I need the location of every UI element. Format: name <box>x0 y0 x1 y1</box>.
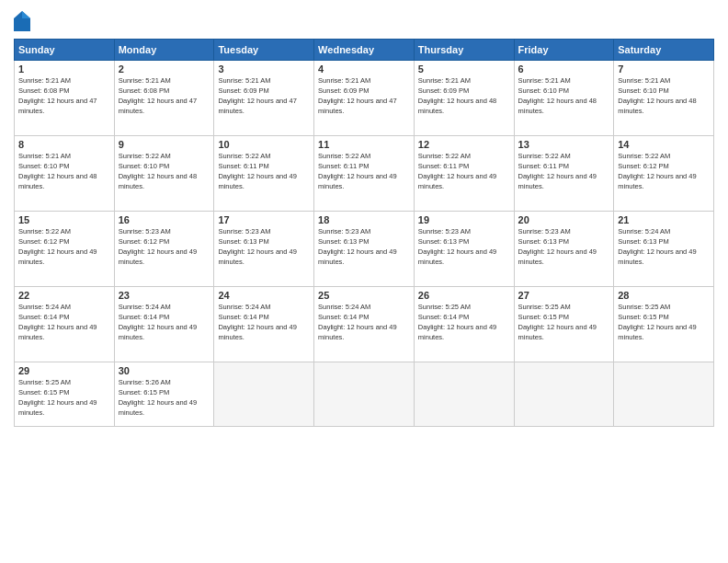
daylight-label: Daylight: 12 hours and 49 minutes. <box>318 172 396 190</box>
sunset-label: Sunset: 6:12 PM <box>618 162 668 170</box>
calendar-cell: 13 Sunrise: 5:22 AM Sunset: 6:11 PM Dayl… <box>514 136 614 212</box>
sunrise-label: Sunrise: 5:24 AM <box>218 303 270 311</box>
sunrise-label: Sunrise: 5:21 AM <box>18 76 71 85</box>
day-info: Sunrise: 5:25 AM Sunset: 6:15 PM Dayligh… <box>518 303 610 343</box>
day-number: 14 <box>618 139 710 150</box>
sunset-label: Sunset: 6:15 PM <box>618 313 668 321</box>
day-info: Sunrise: 5:21 AM Sunset: 6:08 PM Dayligh… <box>18 76 110 117</box>
day-info: Sunrise: 5:22 AM Sunset: 6:12 PM Dayligh… <box>18 227 110 268</box>
calendar-cell: 16 Sunrise: 5:23 AM Sunset: 6:12 PM Dayl… <box>114 212 214 287</box>
daylight-label: Daylight: 12 hours and 47 minutes. <box>218 97 296 115</box>
day-info: Sunrise: 5:22 AM Sunset: 6:11 PM Dayligh… <box>518 152 610 192</box>
day-number: 27 <box>518 290 610 301</box>
sunrise-label: Sunrise: 5:21 AM <box>418 76 471 85</box>
day-info: Sunrise: 5:25 AM Sunset: 6:14 PM Dayligh… <box>418 303 510 343</box>
day-info: Sunrise: 5:23 AM Sunset: 6:12 PM Dayligh… <box>119 227 210 268</box>
sunset-label: Sunset: 6:08 PM <box>119 86 169 95</box>
daylight-label: Daylight: 12 hours and 49 minutes. <box>418 323 496 341</box>
calendar-cell: 24 Sunrise: 5:24 AM Sunset: 6:14 PM Dayl… <box>214 287 314 362</box>
sunset-label: Sunset: 6:10 PM <box>518 86 569 95</box>
daylight-label: Daylight: 12 hours and 47 minutes. <box>318 97 396 115</box>
day-info: Sunrise: 5:22 AM Sunset: 6:11 PM Dayligh… <box>218 152 310 192</box>
sunset-label: Sunset: 6:13 PM <box>518 237 569 246</box>
daylight-label: Daylight: 12 hours and 47 minutes. <box>18 97 97 115</box>
sunset-label: Sunset: 6:09 PM <box>218 86 268 95</box>
calendar-cell: 5 Sunrise: 5:21 AM Sunset: 6:09 PM Dayli… <box>414 61 514 136</box>
calendar-cell: 17 Sunrise: 5:23 AM Sunset: 6:13 PM Dayl… <box>214 212 314 287</box>
day-info: Sunrise: 5:23 AM Sunset: 6:13 PM Dayligh… <box>218 227 310 268</box>
sunrise-label: Sunrise: 5:22 AM <box>18 227 71 236</box>
sunrise-label: Sunrise: 5:23 AM <box>119 227 171 236</box>
day-info: Sunrise: 5:23 AM Sunset: 6:13 PM Dayligh… <box>318 227 410 268</box>
sunset-label: Sunset: 6:13 PM <box>618 237 668 246</box>
day-number: 4 <box>318 63 410 75</box>
sunrise-label: Sunrise: 5:22 AM <box>418 152 471 160</box>
day-number: 9 <box>119 139 210 150</box>
sunrise-label: Sunrise: 5:21 AM <box>218 76 270 85</box>
calendar-cell: 3 Sunrise: 5:21 AM Sunset: 6:09 PM Dayli… <box>214 61 314 136</box>
day-info: Sunrise: 5:21 AM Sunset: 6:10 PM Dayligh… <box>18 152 110 192</box>
calendar-cell: 25 Sunrise: 5:24 AM Sunset: 6:14 PM Dayl… <box>314 287 415 362</box>
calendar: SundayMondayTuesdayWednesdayThursdayFrid… <box>14 39 714 427</box>
calendar-body: 1 Sunrise: 5:21 AM Sunset: 6:08 PM Dayli… <box>15 61 714 427</box>
day-info: Sunrise: 5:22 AM Sunset: 6:10 PM Dayligh… <box>119 152 210 192</box>
header-row: SundayMondayTuesdayWednesdayThursdayFrid… <box>15 40 714 61</box>
day-number: 1 <box>18 63 110 75</box>
daylight-label: Daylight: 12 hours and 49 minutes. <box>218 247 296 266</box>
sunrise-label: Sunrise: 5:22 AM <box>218 152 270 160</box>
sunrise-label: Sunrise: 5:21 AM <box>618 76 670 85</box>
calendar-cell: 23 Sunrise: 5:24 AM Sunset: 6:14 PM Dayl… <box>114 287 214 362</box>
calendar-week: 8 Sunrise: 5:21 AM Sunset: 6:10 PM Dayli… <box>15 136 714 212</box>
calendar-week: 15 Sunrise: 5:22 AM Sunset: 6:12 PM Dayl… <box>15 212 714 287</box>
day-number: 18 <box>318 214 410 225</box>
sunset-label: Sunset: 6:08 PM <box>18 86 69 95</box>
sunrise-label: Sunrise: 5:22 AM <box>119 152 171 160</box>
sunrise-label: Sunrise: 5:23 AM <box>218 227 270 236</box>
day-info: Sunrise: 5:25 AM Sunset: 6:15 PM Dayligh… <box>618 303 710 343</box>
sunrise-label: Sunrise: 5:22 AM <box>618 152 670 160</box>
sunset-label: Sunset: 6:15 PM <box>518 313 569 321</box>
daylight-label: Daylight: 12 hours and 49 minutes. <box>618 247 696 266</box>
sunset-label: Sunset: 6:14 PM <box>119 313 169 321</box>
day-info: Sunrise: 5:26 AM Sunset: 6:15 PM Dayligh… <box>119 378 210 419</box>
daylight-label: Daylight: 12 hours and 49 minutes. <box>218 172 296 190</box>
calendar-cell: 14 Sunrise: 5:22 AM Sunset: 6:12 PM Dayl… <box>614 136 714 212</box>
calendar-cell <box>414 362 514 427</box>
sunset-label: Sunset: 6:11 PM <box>218 162 268 170</box>
sunset-label: Sunset: 6:15 PM <box>119 388 169 396</box>
day-number: 10 <box>218 139 310 150</box>
calendar-cell: 28 Sunrise: 5:25 AM Sunset: 6:15 PM Dayl… <box>614 287 714 362</box>
day-number: 17 <box>218 214 310 225</box>
daylight-label: Daylight: 12 hours and 49 minutes. <box>119 398 197 417</box>
sunrise-label: Sunrise: 5:21 AM <box>119 76 171 85</box>
daylight-label: Daylight: 12 hours and 49 minutes. <box>218 323 296 341</box>
day-number: 11 <box>318 139 410 150</box>
logo-icon <box>14 11 30 31</box>
sunrise-label: Sunrise: 5:21 AM <box>18 152 71 160</box>
day-number: 2 <box>119 63 210 75</box>
day-number: 23 <box>119 290 210 301</box>
day-info: Sunrise: 5:25 AM Sunset: 6:15 PM Dayligh… <box>18 378 110 419</box>
day-info: Sunrise: 5:24 AM Sunset: 6:14 PM Dayligh… <box>318 303 410 343</box>
day-number: 22 <box>18 290 110 301</box>
sunset-label: Sunset: 6:09 PM <box>418 86 469 95</box>
sunrise-label: Sunrise: 5:26 AM <box>119 378 171 386</box>
header <box>14 9 714 31</box>
sunrise-label: Sunrise: 5:23 AM <box>318 227 370 236</box>
sunset-label: Sunset: 6:13 PM <box>218 237 268 246</box>
calendar-cell: 20 Sunrise: 5:23 AM Sunset: 6:13 PM Dayl… <box>514 212 614 287</box>
calendar-cell: 10 Sunrise: 5:22 AM Sunset: 6:11 PM Dayl… <box>214 136 314 212</box>
daylight-label: Daylight: 12 hours and 49 minutes. <box>518 172 597 190</box>
sunset-label: Sunset: 6:12 PM <box>119 237 169 246</box>
svg-marker-1 <box>22 11 30 18</box>
calendar-cell: 8 Sunrise: 5:21 AM Sunset: 6:10 PM Dayli… <box>15 136 115 212</box>
day-number: 25 <box>318 290 410 301</box>
day-info: Sunrise: 5:21 AM Sunset: 6:08 PM Dayligh… <box>119 76 210 117</box>
sunrise-label: Sunrise: 5:24 AM <box>119 303 171 311</box>
daylight-label: Daylight: 12 hours and 49 minutes. <box>18 398 97 417</box>
calendar-cell: 12 Sunrise: 5:22 AM Sunset: 6:11 PM Dayl… <box>414 136 514 212</box>
day-header: Sunday <box>15 40 115 61</box>
daylight-label: Daylight: 12 hours and 48 minutes. <box>418 97 496 115</box>
calendar-cell: 21 Sunrise: 5:24 AM Sunset: 6:13 PM Dayl… <box>614 212 714 287</box>
calendar-week: 1 Sunrise: 5:21 AM Sunset: 6:08 PM Dayli… <box>15 61 714 136</box>
